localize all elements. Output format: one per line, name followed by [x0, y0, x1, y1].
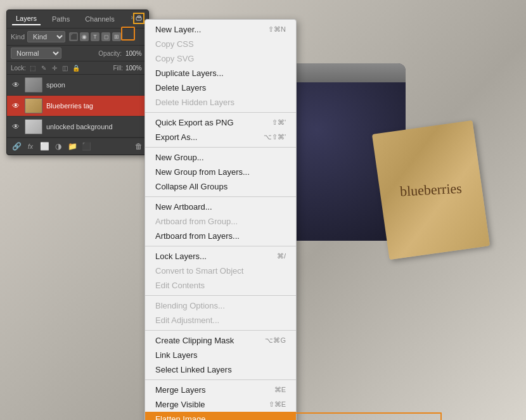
price-tag: blueberries [372, 120, 490, 260]
menu-label-artboard-from-group: Artboard from Group... [155, 217, 238, 226]
menu-item-export-as[interactable]: Export As... ⌥⇧⌘' [145, 130, 296, 144]
menu-label-merge-visible: Merge Visible [155, 400, 205, 409]
fx-icon[interactable]: fx [25, 141, 36, 152]
menu-label-link-layers: Link Layers [155, 350, 197, 360]
filter-pixel-icon[interactable]: ⬛ [69, 32, 78, 41]
menu-label-new-artboard: New Artboard... [155, 202, 212, 212]
menu-item-select-linked-layers[interactable]: Select Linked Layers [145, 362, 296, 377]
menu-label-merge-layers: Merge Layers [155, 385, 205, 395]
lock-all-icon[interactable]: 🔒 [72, 63, 80, 72]
menu-shortcut-merge-layers: ⌘E [274, 386, 286, 394]
lock-paint-icon[interactable]: ✎ [39, 63, 48, 72]
menu-label-select-linked-layers: Select Linked Layers [155, 365, 232, 374]
menu-item-duplicate-layers[interactable]: Duplicate Layers... [145, 66, 296, 80]
lock-transparency-icon[interactable]: ⬚ [29, 63, 37, 72]
menu-item-new-group-from-layers[interactable]: New Group from Layers... [145, 165, 296, 179]
fill-label: Fill: [113, 65, 123, 72]
group-icon[interactable]: 📁 [67, 141, 78, 152]
menu-item-merge-layers[interactable]: Merge Layers ⌘E [145, 383, 296, 397]
filter-dropdown[interactable]: Kind [27, 31, 65, 42]
tag-text: blueberries [399, 179, 462, 201]
layer-thumb-blueberries-tag [25, 98, 42, 113]
filter-row: Kind Kind ⬛ ◉ T ◻ ⊞ [7, 29, 148, 46]
menu-item-copy-css[interactable]: Copy CSS [145, 37, 296, 51]
menu-separator-7 [145, 379, 296, 380]
menu-label-delete-layers: Delete Layers [155, 83, 206, 92]
menu-item-link-layers[interactable]: Link Layers [145, 348, 296, 362]
menu-item-artboard-from-layers[interactable]: Artboard from Layers... [145, 229, 296, 243]
menu-item-blending-options[interactable]: Blending Options... [145, 298, 296, 313]
menu-label-copy-svg: Copy SVG [155, 54, 194, 63]
filter-type-icon[interactable]: T [91, 32, 99, 41]
menu-label-duplicate-layers: Duplicate Layers... [155, 68, 224, 78]
filter-icons: ⬛ ◉ T ◻ ⊞ [69, 32, 121, 41]
filter-adjustment-icon[interactable]: ◉ [80, 32, 89, 41]
menu-item-merge-visible[interactable]: Merge Visible ⇧⌘E [145, 397, 296, 412]
menu-item-new-artboard[interactable]: New Artboard... [145, 200, 296, 214]
opacity-value: 100% [125, 50, 144, 57]
blend-mode-dropdown[interactable]: Normal [11, 48, 61, 59]
layer-name-background: unlocked background [46, 123, 144, 130]
visibility-eye-spoon[interactable]: 👁 [11, 80, 21, 90]
menu-label-edit-contents: Edit Contents [155, 281, 205, 290]
menu-label-delete-hidden-layers: Delete Hidden Layers [155, 98, 234, 107]
menu-shortcut-export-as: ⌥⇧⌘' [264, 133, 286, 141]
filter-shape-icon[interactable]: ◻ [101, 32, 110, 41]
menu-separator-6 [145, 330, 296, 331]
menu-label-blending-options: Blending Options... [155, 301, 225, 310]
lock-artboard-icon[interactable]: ◫ [61, 63, 70, 72]
menu-shortcut-lock-layers: ⌘/ [277, 252, 286, 260]
fill-value: 100% [125, 65, 144, 72]
link-layers-icon[interactable]: 🔗 [11, 141, 22, 152]
menu-separator-4 [145, 246, 296, 246]
tab-channels[interactable]: Channels [81, 13, 118, 25]
panel-header: Layers Paths Channels » [7, 10, 148, 29]
lock-position-icon[interactable]: ✛ [50, 63, 59, 72]
menu-item-new-layer[interactable]: New Layer... ⇧⌘N [145, 22, 296, 37]
visibility-eye-blueberries-tag[interactable]: 👁 [11, 101, 21, 111]
visibility-eye-background[interactable]: 👁 [11, 122, 21, 132]
menu-label-quick-export: Quick Export as PNG [155, 118, 234, 127]
menu-item-lock-layers[interactable]: Lock Layers... ⌘/ [145, 249, 296, 264]
tab-layers[interactable]: Layers [12, 13, 41, 25]
menu-shortcut-merge-visible: ⇧⌘E [269, 400, 286, 409]
filter-smartobj-icon[interactable]: ⊞ [112, 32, 121, 41]
menu-item-delete-layers[interactable]: Delete Layers [145, 80, 296, 95]
menu-item-collapse-all-groups[interactable]: Collapse All Groups [145, 179, 296, 194]
menu-label-export-as: Export As... [155, 132, 197, 142]
menu-label-convert-smart-object: Convert to Smart Object [155, 266, 243, 276]
tab-paths[interactable]: Paths [48, 13, 74, 25]
menu-separator-5 [145, 295, 296, 296]
menu-shortcut-create-clipping-mask: ⌥⌘G [265, 336, 286, 345]
menu-item-artboard-from-group[interactable]: Artboard from Group... [145, 214, 296, 229]
menu-shortcut-quick-export: ⇧⌘' [272, 118, 286, 127]
menu-item-copy-svg[interactable]: Copy SVG [145, 51, 296, 66]
new-layer-button[interactable] [133, 13, 144, 24]
menu-item-flatten-image[interactable]: Flatten Image [145, 412, 296, 420]
menu-label-edit-adjustment: Edit Adjustment... [155, 315, 219, 325]
delete-layer-icon[interactable]: 🗑 [133, 141, 144, 152]
menu-item-delete-hidden-layers[interactable]: Delete Hidden Layers [145, 95, 296, 110]
blend-row: Normal Opacity: 100% [7, 46, 148, 61]
menu-item-edit-contents[interactable]: Edit Contents [145, 278, 296, 293]
menu-item-convert-smart-object[interactable]: Convert to Smart Object [145, 264, 296, 278]
menu-label-flatten-image: Flatten Image [155, 414, 206, 420]
menu-item-edit-adjustment[interactable]: Edit Adjustment... [145, 313, 296, 328]
layer-thumb-spoon [25, 77, 42, 92]
menu-item-quick-export[interactable]: Quick Export as PNG ⇧⌘' [145, 115, 296, 130]
layer-item-background[interactable]: 👁 unlocked background [7, 117, 148, 137]
menu-label-copy-css: Copy CSS [155, 39, 194, 49]
add-mask-icon[interactable]: ⬜ [39, 141, 50, 152]
lock-label: Lock: [11, 65, 26, 72]
layer-item-spoon[interactable]: 👁 spoon [7, 75, 148, 96]
create-layer-icon[interactable]: ⬛ [80, 141, 92, 152]
opacity-label: Opacity: [98, 50, 122, 57]
menu-separator-1 [145, 112, 296, 113]
context-menu: New Layer... ⇧⌘N Copy CSS Copy SVG Dupli… [144, 19, 297, 420]
menu-item-create-clipping-mask[interactable]: Create Clipping Mask ⌥⌘G [145, 333, 296, 348]
menu-item-new-group[interactable]: New Group... [145, 150, 296, 165]
layer-item-blueberries-tag[interactable]: 👁 Blueberries tag [7, 96, 148, 117]
adjustments-icon[interactable]: ◑ [53, 141, 64, 152]
filter-label: Kind [11, 33, 25, 41]
menu-label-new-group: New Group... [155, 153, 204, 162]
